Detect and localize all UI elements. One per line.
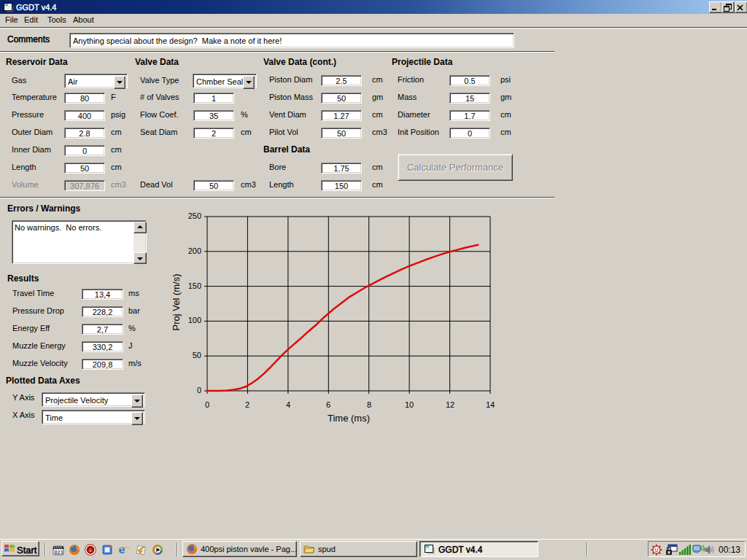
- svg-text:1: 1: [61, 549, 63, 556]
- svg-text:e: e: [119, 544, 125, 556]
